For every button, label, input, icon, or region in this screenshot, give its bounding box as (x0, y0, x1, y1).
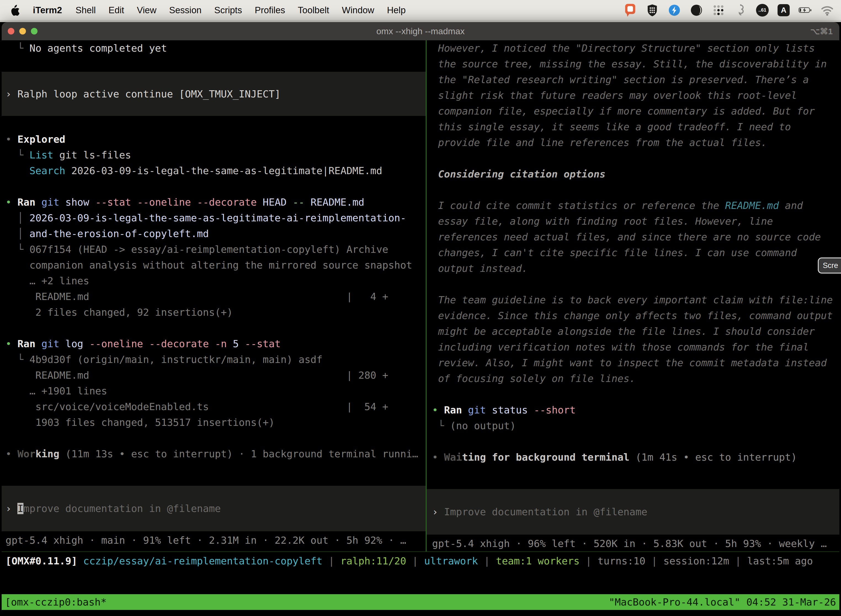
text-segment: Improve documentation in @filename (444, 506, 647, 518)
spacer (6, 430, 426, 446)
text-segment: ralph:11/20 (340, 555, 406, 567)
text-segment (191, 197, 197, 208)
menu-item-window[interactable]: Window (336, 5, 381, 15)
box-line: › Ralph loop active continue [OMX_TMUX_I… (6, 86, 281, 102)
text-segment: Ran (18, 338, 35, 349)
text-segment: (11m 13s • esc to interrupt) · 1 backgro… (59, 448, 418, 459)
battery-charging-icon[interactable] (799, 3, 812, 18)
text-segment: session:12m (663, 555, 729, 567)
terminal-line: slight risk that future readers may over… (432, 88, 840, 103)
dark-pie-icon[interactable] (690, 3, 703, 18)
terminal-line: src/voice/voiceModeEnabled.ts | 54 + (6, 399, 426, 415)
menu-item-view[interactable]: View (130, 5, 163, 15)
text-segment: git (35, 197, 59, 208)
text-segment: provide file and line references from th… (432, 137, 767, 148)
gauge-61-icon[interactable]: ..61 (756, 4, 769, 16)
a-app-icon[interactable]: A (778, 4, 790, 16)
left-prompt-input[interactable]: › Improve documentation in @filename (1, 486, 426, 531)
terminal-line: including verification notes with those … (432, 339, 840, 355)
screen-edge-chip[interactable]: Scre (818, 258, 841, 273)
text-segment: 067f154 (HEAD -> essay/ai-reimplementati… (29, 244, 388, 255)
window-title-bar[interactable]: omx --xhigh --madmax ⌥⌘1 (1, 22, 840, 40)
text-segment (131, 197, 137, 208)
text-segment: | (645, 555, 663, 567)
text-segment: List (29, 149, 54, 161)
text-segment: • (432, 404, 444, 416)
text-segment: --decorate (149, 338, 209, 349)
spacer (6, 320, 426, 336)
shield-keypad-icon[interactable] (646, 3, 659, 18)
text-segment: companion file, especially if more comme… (432, 106, 815, 117)
text-segment: 1903 files changed, 513517 insertions(+) (6, 417, 274, 428)
macos-menu-bar: iTerm2ShellEditViewSessionScriptsProfile… (0, 0, 841, 21)
menu-item-iterm2[interactable]: iTerm2 (26, 5, 69, 15)
terminal-line: references need actual files, and since … (432, 229, 840, 245)
apple-menu[interactable] (10, 5, 26, 16)
text-segment: git (462, 404, 486, 416)
terminal-line: provide file and line references from th… (432, 135, 840, 150)
text-segment: | (478, 555, 496, 567)
text-segment: Ralph loop active continue [OMX_TMUX_INJ… (18, 88, 281, 100)
text-segment: 2026-03-09-is-legal-the-same-as-legitima… (29, 212, 406, 224)
menu-item-help[interactable]: Help (381, 5, 412, 15)
terminal-line: └ List git ls-files (6, 147, 426, 163)
menu-item-profiles[interactable]: Profiles (248, 5, 292, 15)
menu-item-scripts[interactable]: Scripts (208, 5, 248, 15)
text-segment: slight risk that future readers may over… (432, 90, 797, 101)
text-segment: status (486, 404, 533, 416)
terminal-line: 2 files changed, 92 insertions(+) (6, 304, 426, 320)
terminal-line: └ 067f154 (HEAD -> essay/ai-reimplementa… (6, 242, 426, 257)
wifi-icon[interactable] (820, 3, 834, 18)
terminal-line: README.md | 280 + (6, 367, 426, 383)
terminal-line: I could cite commit statistics or refere… (432, 198, 840, 213)
text-segment: gpt-5.4 xhigh · main · 91% left · 2.31M … (6, 535, 406, 546)
text-segment: --short (533, 404, 576, 416)
text-segment: Wai (444, 452, 462, 463)
text-segment: I could cite commit statistics or refere… (432, 200, 725, 211)
text-segment: › (432, 506, 444, 518)
terminal-line: │ 2026-03-09-is-legal-the-same-as-legiti… (6, 210, 426, 226)
text-segment: essay file, along with finding root file… (432, 216, 773, 227)
text-segment: └ (432, 420, 450, 431)
tmux-status-bar: [omx-cczip0:bash* "MacBook-Pro-44.local"… (1, 594, 840, 610)
text-segment: │ (6, 212, 29, 224)
text-segment: └ (6, 43, 29, 54)
menu-item-shell[interactable]: Shell (69, 5, 102, 15)
model-status-line: gpt-5.4 xhigh · main · 91% left · 2.31M … (6, 532, 426, 548)
ralph-loop-banner[interactable]: › Ralph loop active continue [OMX_TMUX_I… (1, 72, 426, 116)
seahorse-icon[interactable] (734, 3, 747, 18)
menu-item-session[interactable]: Session (163, 5, 208, 15)
blue-badge-icon[interactable] (668, 3, 681, 18)
spacer (432, 276, 840, 292)
terminal-line: of focusing solely on file lines. (432, 371, 840, 386)
text-segment: 2 files changed, 92 insertions(+) (6, 307, 233, 318)
terminal-line: … +1901 lines (6, 383, 426, 399)
terminal-line: • Working (11m 13s • esc to interrupt) ·… (6, 446, 426, 462)
terminal-line: the source tree, missing the essay. Stil… (432, 56, 840, 72)
text-segment: └ (6, 149, 29, 161)
spacer (432, 434, 840, 449)
text-segment: (1m 41s • esc to interrupt) (629, 452, 797, 463)
text-segment: git (35, 338, 59, 349)
text-segment: last:5m ago (747, 555, 813, 567)
text-segment: changes, I can't cite specific file line… (432, 247, 797, 258)
terminal-line: └ 4b9d30f (origin/main, instructkr/main,… (6, 352, 426, 367)
text-segment: and-the-erosion-of-copyleft.md (29, 228, 209, 239)
chat-app-icon[interactable] (624, 3, 637, 18)
text-segment: … +1901 lines (6, 385, 107, 397)
text-segment: git ls-files (53, 149, 131, 161)
text-segment: references need actual files, and since … (432, 231, 821, 243)
menu-item-edit[interactable]: Edit (102, 5, 130, 15)
text-segment: README.md (725, 200, 779, 211)
dots-grid-icon[interactable] (712, 3, 725, 18)
terminal-line: • Ran git status --short (432, 402, 840, 418)
menu-item-toolbelt[interactable]: Toolbelt (292, 5, 336, 15)
text-segment: The team guideline is to back every impo… (432, 294, 833, 305)
text-segment: • (432, 452, 444, 463)
terminal-line: … +2 lines (6, 273, 426, 289)
terminal-line: 1903 files changed, 513517 insertions(+) (6, 415, 426, 430)
text-segment: • (6, 448, 18, 459)
text-segment: README.md (305, 197, 365, 208)
tmux-panes: └ No agents completed yet› Ralph loop ac… (1, 40, 840, 552)
right-prompt-input[interactable]: › Improve documentation in @filename (426, 489, 840, 535)
